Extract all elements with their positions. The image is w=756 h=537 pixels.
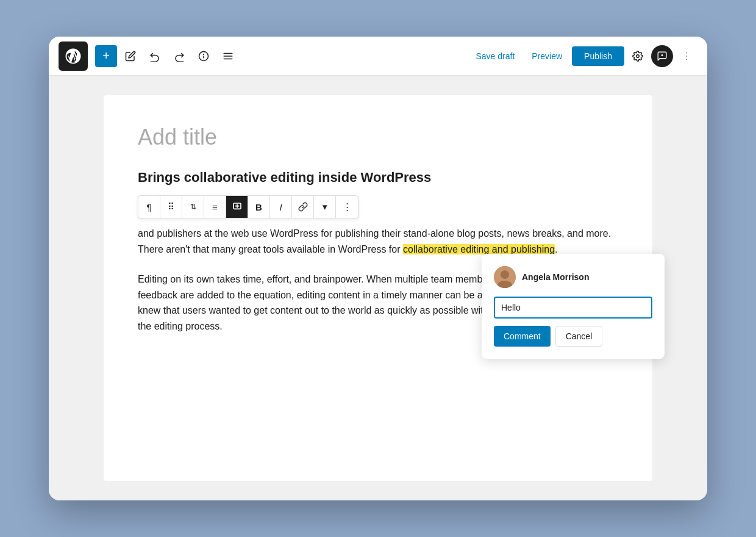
post-title-placeholder[interactable]: Add title — [138, 124, 618, 150]
edit-button[interactable] — [119, 45, 141, 67]
block-heading[interactable]: Brings collaborative editing inside Word… — [138, 170, 618, 186]
publish-button[interactable]: Publish — [572, 46, 624, 66]
browser-window: + — [49, 37, 707, 500]
editor-toolbar: + — [49, 37, 707, 76]
more-formatting-btn[interactable]: ▾ — [314, 196, 336, 218]
redo-button[interactable] — [168, 45, 190, 67]
block-toolbar: ¶ ⠿ ⇅ ≡ B I — [138, 195, 358, 218]
svg-point-7 — [661, 54, 663, 56]
align-btn[interactable]: ≡ — [204, 196, 226, 218]
save-draft-button[interactable]: Save draft — [468, 46, 522, 66]
wp-logo — [59, 41, 88, 71]
paragraph-icon-btn[interactable]: ¶ — [138, 196, 160, 218]
add-comment-btn[interactable] — [226, 196, 248, 218]
svg-point-8 — [686, 52, 687, 54]
bold-btn[interactable]: B — [248, 196, 270, 218]
svg-point-6 — [637, 54, 640, 57]
cancel-comment-button[interactable]: Cancel — [555, 326, 603, 347]
commenter-name: Angela Morrison — [522, 272, 589, 282]
comment-actions: Comment Cancel — [494, 326, 652, 347]
link-btn[interactable] — [292, 196, 314, 218]
info-button[interactable] — [193, 45, 215, 67]
list-view-button[interactable] — [217, 45, 239, 67]
editor-area: Add title Brings collaborative editing i… — [49, 76, 707, 500]
move-btn[interactable]: ⇅ — [182, 196, 204, 218]
svg-point-9 — [686, 56, 687, 57]
undo-button[interactable] — [144, 45, 166, 67]
comments-button[interactable] — [651, 45, 673, 67]
svg-point-15 — [501, 270, 509, 279]
svg-point-10 — [686, 59, 687, 60]
italic-btn[interactable]: I — [270, 196, 292, 218]
editor-content: Add title Brings collaborative editing i… — [104, 95, 652, 481]
comment-header: Angela Morrison — [494, 266, 652, 288]
submit-comment-button[interactable]: Comment — [494, 326, 551, 347]
preview-button[interactable]: Preview — [524, 46, 569, 66]
more-options-button[interactable] — [676, 45, 697, 67]
block-text-partial: and publishers at the web use WordPress … — [138, 226, 618, 257]
settings-button[interactable] — [627, 45, 649, 67]
highlighted-text: collaborative editing and publishing — [403, 244, 555, 254]
drag-handle-btn[interactable]: ⠿ — [160, 196, 182, 218]
avatar — [494, 266, 516, 288]
block-options-btn[interactable]: ⋮ — [336, 196, 358, 218]
comment-input[interactable] — [494, 297, 652, 319]
comment-popup: Angela Morrison Comment Cancel — [482, 254, 665, 359]
add-block-button[interactable]: + — [95, 45, 117, 67]
